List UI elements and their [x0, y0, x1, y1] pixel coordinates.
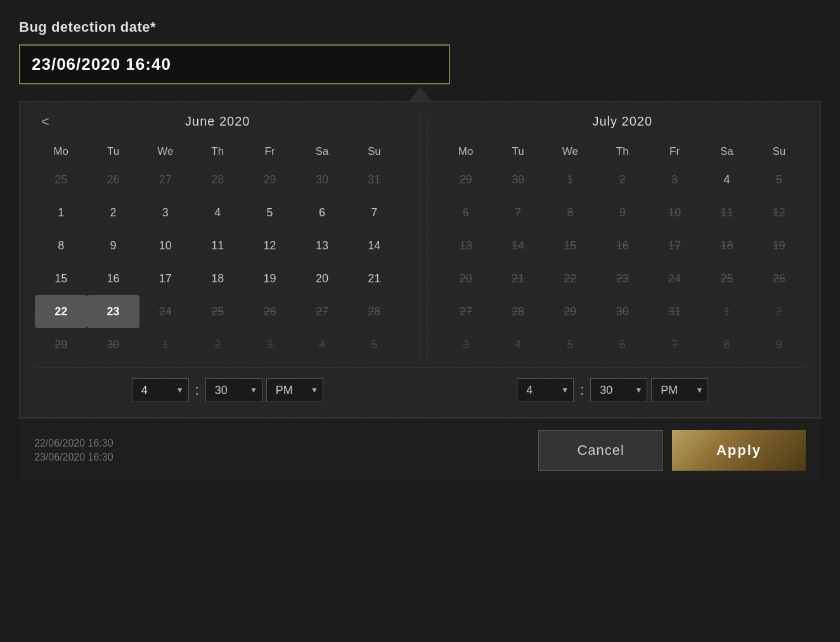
calendar-day[interactable]: 10: [139, 229, 191, 262]
calendar-day[interactable]: 6: [440, 196, 492, 229]
calendar-day[interactable]: 2: [191, 328, 243, 361]
calendar-day[interactable]: 4: [701, 163, 753, 196]
minute-select-left[interactable]: 000510152025303540455055: [205, 378, 262, 402]
ampm-select-right[interactable]: AMPM: [651, 378, 708, 402]
calendar-day[interactable]: 11: [191, 229, 243, 262]
calendar-day[interactable]: 9: [87, 229, 139, 262]
calendar-day[interactable]: 20: [440, 262, 492, 295]
calendar-day[interactable]: 13: [296, 229, 348, 262]
calendar-day[interactable]: 24: [139, 295, 191, 328]
calendar-day[interactable]: 7: [492, 196, 544, 229]
calendar-day[interactable]: 31: [348, 163, 400, 196]
calendar-day[interactable]: 3: [243, 328, 295, 361]
minute-select-right[interactable]: 000510152025303540455055: [590, 378, 647, 402]
calendar-day[interactable]: 29: [544, 295, 596, 328]
calendar-day[interactable]: 25: [35, 163, 87, 196]
calendar-day[interactable]: 3: [139, 196, 191, 229]
table-row: 25262728293031: [35, 163, 401, 196]
calendar-day[interactable]: 18: [191, 262, 243, 295]
calendar-day[interactable]: 19: [753, 229, 805, 262]
calendar-day[interactable]: 10: [649, 196, 701, 229]
calendar-day[interactable]: 2: [87, 196, 139, 229]
calendar-day[interactable]: 25: [191, 295, 243, 328]
ampm-select-left[interactable]: AMPM: [266, 378, 323, 402]
calendar-day[interactable]: 25: [701, 262, 753, 295]
calendar-day[interactable]: 30: [296, 163, 348, 196]
calendar-day[interactable]: 16: [597, 229, 649, 262]
apply-button[interactable]: Apply: [672, 430, 806, 471]
calendar-day[interactable]: 22: [35, 295, 87, 328]
calendar-day[interactable]: 23: [597, 262, 649, 295]
prev-month-button[interactable]: <: [35, 111, 56, 133]
calendar-day[interactable]: 5: [348, 328, 400, 361]
calendar-day[interactable]: 8: [544, 196, 596, 229]
calendar-day[interactable]: 31: [649, 295, 701, 328]
calendar-day[interactable]: 14: [492, 229, 544, 262]
calendar-day[interactable]: 2: [597, 163, 649, 196]
calendar-day[interactable]: 20: [296, 262, 348, 295]
calendar-day[interactable]: 15: [35, 262, 87, 295]
calendar-day[interactable]: 30: [492, 163, 544, 196]
calendar-day[interactable]: 17: [649, 229, 701, 262]
calendar-day[interactable]: 23: [87, 295, 139, 328]
calendar-day[interactable]: 1: [544, 163, 596, 196]
calendar-day[interactable]: 9: [597, 196, 649, 229]
calendar-day[interactable]: 29: [35, 328, 87, 361]
calendar-day[interactable]: 4: [296, 328, 348, 361]
calendar-day[interactable]: 14: [348, 229, 400, 262]
calendar-day[interactable]: 1: [701, 295, 753, 328]
calendar-day[interactable]: 30: [87, 328, 139, 361]
calendar-day[interactable]: 19: [243, 262, 295, 295]
calendar-day[interactable]: 28: [191, 163, 243, 196]
calendar-day[interactable]: 1: [35, 196, 87, 229]
calendar-day[interactable]: 21: [492, 262, 544, 295]
hour-select-wrapper-left: 123456789101112: [132, 378, 189, 402]
calendar-day[interactable]: 28: [348, 295, 400, 328]
calendar-day[interactable]: 27: [296, 295, 348, 328]
time-sep-right: :: [580, 382, 584, 398]
calendar-day[interactable]: 26: [753, 262, 805, 295]
hour-select-right[interactable]: 123456789101112: [517, 378, 574, 402]
calendar-day[interactable]: 12: [753, 196, 805, 229]
calendar-day[interactable]: 5: [753, 163, 805, 196]
calendar-arrow-indicator: [19, 84, 821, 101]
calendar-day[interactable]: 17: [139, 262, 191, 295]
calendar-day[interactable]: 5: [544, 328, 596, 361]
calendar-day[interactable]: 30: [597, 295, 649, 328]
calendar-day[interactable]: 4: [492, 328, 544, 361]
calendar-day[interactable]: 21: [348, 262, 400, 295]
calendar-day[interactable]: 7: [649, 328, 701, 361]
weekday-su-right: Su: [753, 140, 805, 163]
calendar-day[interactable]: 8: [701, 328, 753, 361]
cancel-button[interactable]: Cancel: [538, 430, 662, 471]
calendar-day[interactable]: 1: [139, 328, 191, 361]
table-row: 22232425262728: [35, 295, 401, 328]
calendar-day[interactable]: 22: [544, 262, 596, 295]
calendar-day[interactable]: 18: [701, 229, 753, 262]
calendar-day[interactable]: 12: [243, 229, 295, 262]
calendar-day[interactable]: 3: [440, 328, 492, 361]
calendar-day[interactable]: 29: [243, 163, 295, 196]
calendar-day[interactable]: 27: [139, 163, 191, 196]
calendar-day[interactable]: 13: [440, 229, 492, 262]
calendar-day[interactable]: 29: [440, 163, 492, 196]
calendar-day[interactable]: 27: [440, 295, 492, 328]
calendar-day[interactable]: 6: [597, 328, 649, 361]
calendar-day[interactable]: 16: [87, 262, 139, 295]
calendar-day[interactable]: 28: [492, 295, 544, 328]
calendar-day[interactable]: 26: [87, 163, 139, 196]
hour-select-left[interactable]: 123456789101112: [132, 378, 189, 402]
calendar-day[interactable]: 8: [35, 229, 87, 262]
calendar-day[interactable]: 3: [649, 163, 701, 196]
calendar-day[interactable]: 26: [243, 295, 295, 328]
calendar-day[interactable]: 15: [544, 229, 596, 262]
calendar-day[interactable]: 9: [753, 328, 805, 361]
calendar-day[interactable]: 11: [701, 196, 753, 229]
calendar-day[interactable]: 6: [296, 196, 348, 229]
calendar-day[interactable]: 24: [649, 262, 701, 295]
calendar-day[interactable]: 5: [243, 196, 295, 229]
calendar-day[interactable]: 7: [348, 196, 400, 229]
calendar-day[interactable]: 2: [753, 295, 805, 328]
date-input[interactable]: [19, 44, 450, 84]
calendar-day[interactable]: 4: [191, 196, 243, 229]
